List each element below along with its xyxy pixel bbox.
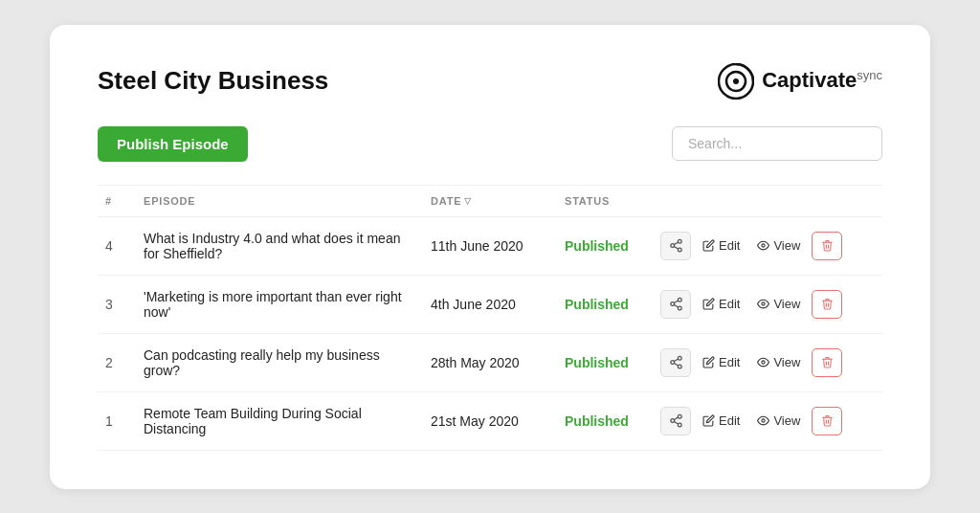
cell-num: 1 [98, 391, 136, 450]
svg-point-20 [762, 361, 765, 364]
view-icon [757, 414, 769, 427]
svg-line-24 [674, 421, 678, 423]
cell-date: 28th May 2020 [423, 333, 557, 391]
col-header-episode: EPISODE [136, 185, 423, 216]
edit-button[interactable]: Edit [697, 351, 746, 373]
trash-icon [821, 414, 834, 427]
cell-status: Published [557, 275, 653, 333]
table-row: 3 'Marketing is more important than ever… [98, 275, 882, 333]
logo-text: Captivatesync [762, 68, 882, 93]
delete-button[interactable] [812, 290, 842, 319]
col-header-num: # [98, 185, 136, 216]
status-badge: Published [565, 297, 629, 312]
episodes-table: # EPISODE DATE ▽ STATUS 4 What is Indust… [98, 185, 882, 451]
header: Steel City Business Captivatesync [98, 63, 882, 100]
delete-button[interactable] [812, 232, 842, 260]
cell-status: Published [557, 216, 653, 275]
svg-line-6 [674, 246, 678, 248]
edit-icon [702, 298, 715, 310]
share-button[interactable] [660, 232, 691, 260]
view-icon [757, 239, 769, 252]
svg-line-19 [674, 359, 678, 361]
cell-actions: Edit View [653, 275, 882, 333]
toolbar: Publish Episode [98, 126, 882, 162]
svg-line-12 [674, 304, 678, 306]
search-input[interactable] [672, 126, 882, 161]
svg-line-18 [674, 363, 678, 365]
cell-actions: Edit View [653, 391, 882, 450]
share-button[interactable] [660, 348, 691, 377]
cell-date: 4th June 2020 [423, 275, 557, 333]
logo-area: Captivatesync [718, 63, 882, 100]
table-row: 1 Remote Team Building During Social Dis… [98, 391, 882, 450]
view-icon [757, 356, 769, 368]
svg-line-25 [674, 417, 678, 419]
svg-line-7 [674, 242, 678, 244]
delete-button[interactable] [812, 348, 842, 377]
view-button[interactable]: View [751, 293, 806, 315]
col-header-date: DATE ▽ [423, 185, 557, 216]
share-button[interactable] [660, 290, 691, 319]
edit-icon [702, 414, 715, 427]
table-row: 4 What is Industry 4.0 and what does it … [98, 216, 882, 275]
edit-button[interactable]: Edit [697, 234, 746, 256]
publish-episode-button[interactable]: Publish Episode [98, 126, 248, 162]
share-icon [669, 297, 683, 311]
trash-icon [821, 298, 834, 310]
cell-episode: Remote Team Building During Social Dista… [136, 391, 423, 450]
view-icon [757, 298, 769, 310]
table-row: 2 Can podcasting really help my business… [98, 333, 882, 391]
svg-point-26 [762, 419, 765, 422]
svg-point-14 [762, 302, 765, 305]
page-title: Steel City Business [98, 66, 328, 96]
main-card: Steel City Business Captivatesync Publis… [50, 25, 930, 489]
cell-date: 11th June 2020 [423, 216, 557, 275]
delete-button[interactable] [812, 407, 842, 435]
share-button[interactable] [660, 407, 691, 435]
cell-actions: Edit View [653, 333, 882, 391]
trash-icon [821, 356, 834, 368]
view-button[interactable]: View [751, 410, 806, 432]
view-button[interactable]: View [751, 234, 806, 256]
status-badge: Published [565, 413, 629, 429]
edit-icon [702, 239, 715, 252]
col-header-actions [653, 185, 882, 216]
svg-point-2 [733, 78, 739, 84]
svg-point-8 [762, 244, 765, 247]
view-button[interactable]: View [751, 351, 806, 373]
sort-icon: ▽ [464, 196, 472, 206]
share-icon [669, 413, 683, 428]
status-badge: Published [565, 238, 629, 254]
svg-line-13 [674, 301, 678, 302]
cell-date: 21st May 2020 [423, 391, 557, 450]
captivate-logo-icon [718, 63, 754, 100]
edit-icon [702, 356, 715, 368]
col-header-status: STATUS [557, 185, 653, 216]
edit-button[interactable]: Edit [697, 293, 746, 315]
cell-status: Published [557, 333, 653, 391]
table-header-row: # EPISODE DATE ▽ STATUS [98, 185, 882, 216]
trash-icon [821, 239, 834, 252]
cell-status: Published [557, 391, 653, 450]
cell-num: 4 [98, 216, 136, 275]
cell-num: 2 [98, 333, 136, 391]
share-icon [669, 238, 683, 253]
cell-num: 3 [98, 275, 136, 333]
cell-actions: Edit View [653, 216, 882, 275]
cell-episode: 'Marketing is more important than ever r… [136, 275, 423, 333]
share-icon [669, 355, 683, 369]
cell-episode: Can podcasting really help my business g… [136, 333, 423, 391]
edit-button[interactable]: Edit [697, 410, 746, 432]
status-badge: Published [565, 355, 629, 370]
cell-episode: What is Industry 4.0 and what does it me… [136, 216, 423, 275]
